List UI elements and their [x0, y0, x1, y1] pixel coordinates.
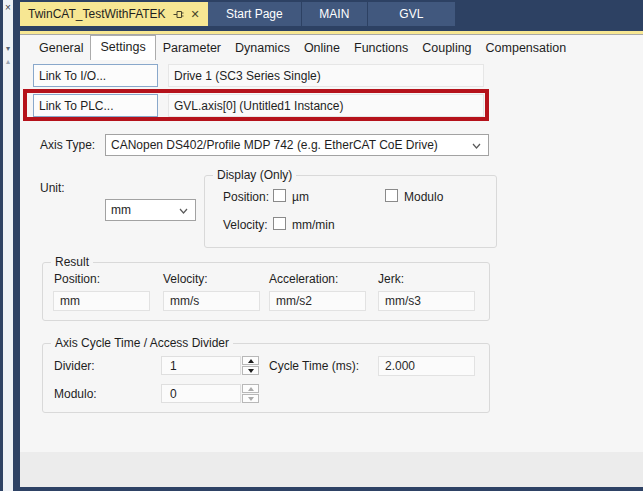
tab-functions[interactable]: Functions [347, 38, 415, 59]
panel-divider [13, 0, 20, 491]
document-tabs: TwinCAT_TestWithFATEK ✕ Start Page MAIN … [20, 2, 456, 26]
result-acceleration-label: Acceleration: [269, 272, 338, 286]
plc-link-value: GVL.axis[0] (Untitled1 Instance) [168, 94, 484, 117]
chevron-down-icon[interactable]: ▾ [3, 44, 13, 53]
modulo-checkbox[interactable] [385, 189, 398, 202]
chevron-down-icon [472, 143, 481, 149]
scroll-up-icon[interactable]: ▴ [3, 57, 13, 66]
velocity-mmmin-label: mm/min [292, 218, 335, 232]
pin-icon[interactable] [173, 9, 184, 20]
result-position-label: Position: [54, 272, 100, 286]
divider-label: Divider: [54, 359, 95, 373]
modulo-value-field[interactable]: 0 [161, 384, 241, 403]
result-group: Result Position: Velocity: Acceleration:… [42, 262, 490, 321]
display-velocity-label: Velocity: [223, 218, 268, 232]
axis-type-combobox[interactable]: CANopen DS402/Profile MDP 742 (e.g. Ethe… [105, 134, 489, 156]
io-link-value: Drive 1 (SC3 Series Single) [168, 64, 484, 87]
axis-settings-page: General Settings Parameter Dynamics Onli… [20, 35, 643, 452]
tab-twincat-testwithfatek[interactable]: TwinCAT_TestWithFATEK ✕ [20, 2, 208, 26]
tab-parameter[interactable]: Parameter [156, 38, 228, 59]
result-jerk-field: mm/s3 [378, 291, 475, 311]
tab-label: MAIN [319, 7, 349, 21]
display-position-label: Position: [223, 190, 269, 204]
modulo-label: Modulo: [54, 387, 97, 401]
active-tab-label: TwinCAT_TestWithFATEK [28, 7, 166, 21]
divider-value-field[interactable]: 1 [161, 356, 241, 375]
position-um-checkbox[interactable] [273, 189, 286, 202]
twincat-axis-settings-window: × ▾ ▴ TwinCAT_TestWithFATEK ✕ Start Page… [0, 0, 643, 491]
document-tab-bar: TwinCAT_TestWithFATEK ✕ Start Page MAIN … [20, 0, 643, 31]
cycle-time-label: Cycle Time (ms): [269, 359, 359, 373]
tab-coupling[interactable]: Coupling [415, 38, 478, 59]
tab-general[interactable]: General [32, 38, 90, 59]
result-velocity-label: Velocity: [163, 272, 208, 286]
spinner-up-button[interactable] [242, 384, 259, 393]
cycle-time-field: 2.000 [378, 356, 475, 376]
axis-type-value: CANopen DS402/Profile MDP 742 (e.g. Ethe… [111, 138, 438, 152]
unit-combobox[interactable]: mm [105, 199, 196, 221]
divider-spinner [242, 356, 259, 375]
chevron-down-icon [179, 208, 188, 214]
tab-label: Start Page [226, 7, 283, 21]
window-bottom-edge [20, 487, 643, 491]
axis-type-label: Axis Type: [40, 138, 95, 152]
spinner-down-button[interactable] [242, 366, 259, 375]
result-acceleration-field: mm/s2 [269, 291, 366, 311]
close-icon[interactable]: × [3, 2, 13, 13]
modulo-checkbox-label: Modulo [404, 190, 443, 204]
group-title: Axis Cycle Time / Access Divider [51, 336, 233, 350]
group-title: Display (Only) [213, 168, 296, 182]
tab-online[interactable]: Online [297, 38, 347, 59]
tab-dynamics[interactable]: Dynamics [228, 38, 297, 59]
display-only-group: Display (Only) Position: µm Modulo Veloc… [204, 175, 497, 248]
velocity-mmmin-checkbox[interactable] [273, 217, 286, 230]
modulo-spinner [242, 384, 259, 403]
tab-label: GVL [399, 7, 423, 21]
result-position-field: mm [53, 291, 150, 311]
link-to-io-button[interactable]: Link To I/O... [33, 64, 158, 87]
left-toolwindow-sliver: × ▾ ▴ [3, 0, 13, 491]
tab-main[interactable]: MAIN [302, 2, 368, 26]
position-um-label: µm [292, 190, 309, 204]
group-title: Result [51, 255, 93, 269]
link-to-plc-button[interactable]: Link To PLC... [33, 94, 158, 117]
window-background [20, 452, 643, 491]
unit-value: mm [111, 203, 131, 217]
unit-label: Unit: [40, 181, 65, 195]
result-jerk-label: Jerk: [378, 272, 404, 286]
tab-gvl[interactable]: GVL [368, 2, 456, 26]
settings-tab-strip: General Settings Parameter Dynamics Onli… [32, 36, 573, 59]
result-velocity-field: mm/s [163, 291, 260, 311]
tab-compensation[interactable]: Compensation [479, 38, 574, 59]
spinner-up-button[interactable] [242, 356, 259, 365]
axis-cycle-time-group: Axis Cycle Time / Access Divider Divider… [42, 343, 490, 413]
spinner-down-button[interactable] [242, 394, 259, 403]
tab-settings[interactable]: Settings [90, 35, 155, 60]
tab-start-page[interactable]: Start Page [208, 2, 302, 26]
close-icon[interactable]: ✕ [191, 9, 200, 20]
